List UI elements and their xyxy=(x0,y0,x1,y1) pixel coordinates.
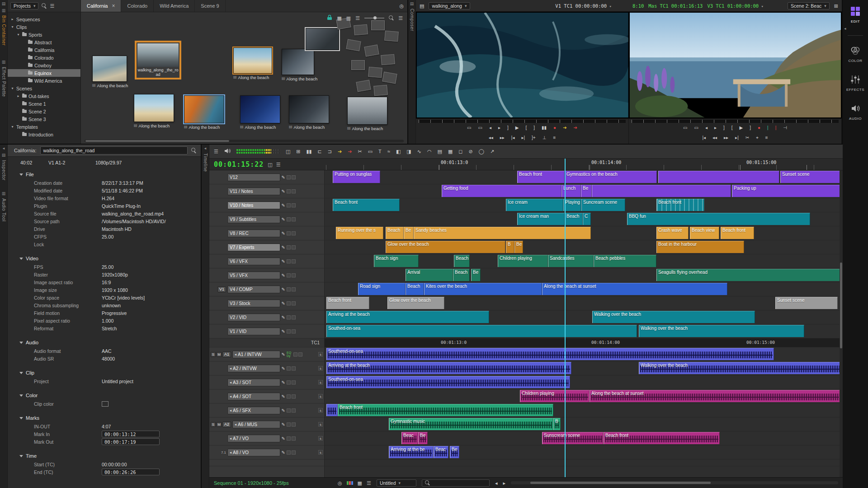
track-selector-a6-mus[interactable]: ◂A6 / MUS xyxy=(232,421,280,428)
track-selector-a7-vo[interactable]: ◂A7 / VO xyxy=(227,435,280,442)
track-header-item[interactable] xyxy=(209,460,324,466)
timeline-clip-road-sign[interactable]: Road sign xyxy=(358,283,406,295)
pencil-icon[interactable]: ✎ xyxy=(282,245,285,250)
timeline-clip-crash-wave[interactable]: Crash wave xyxy=(656,227,689,239)
search-icon[interactable] xyxy=(42,3,47,9)
timeline-clip-beach[interactable]: Beach xyxy=(386,227,404,239)
timeline-clip-b[interactable]: B xyxy=(506,241,514,253)
timeline-tool-6[interactable]: ➔ xyxy=(348,149,352,154)
transport-button-3[interactable]: ▸| xyxy=(735,135,739,141)
monitor-button[interactable] xyxy=(287,450,291,455)
timeline-tool-8[interactable]: ▭ xyxy=(368,149,373,154)
bin-clip-thumbnail[interactable] xyxy=(368,67,382,78)
monitor-button[interactable] xyxy=(287,245,291,249)
bin-clip-thumbnail[interactable] xyxy=(384,31,399,42)
pencil-icon[interactable]: ✎ xyxy=(282,422,285,427)
timeline-clip-arriving-at-the-beach[interactable]: Arriving at the beach xyxy=(326,311,489,323)
track-header-a1-intvw[interactable]: SMA1◂A1 / INTVW✎EQ Dys xyxy=(209,347,324,361)
timeline-clip-item[interactable] xyxy=(326,404,338,416)
sidebar-item-scenes[interactable]: ▾Scenes xyxy=(8,84,80,92)
transport-button-1[interactable]: ▸▸ xyxy=(500,135,505,141)
bin-tab-scene-9[interactable]: Scene 9 xyxy=(195,0,225,12)
pencil-icon[interactable]: ✎ xyxy=(282,259,285,264)
pencil-icon[interactable]: ✎ xyxy=(282,287,285,292)
timeline-clip-gymnastic-music[interactable]: Gymnastic music xyxy=(389,418,553,430)
track-header-v10-notes[interactable]: V10 / Notes✎ xyxy=(209,198,324,212)
solo-indicator[interactable]: s xyxy=(318,380,323,385)
timeline-tool-13[interactable]: ∿ xyxy=(417,149,421,154)
track-header-a2-intvw[interactable]: ◂A2 / INTVW✎s xyxy=(209,361,324,375)
untitled-dropdown[interactable]: Untitled xyxy=(377,479,416,487)
timeline-collapse-icon[interactable]: ◂ xyxy=(204,146,207,150)
timeline-clip-southend-on-sea[interactable]: Southend-on-sea xyxy=(326,348,774,360)
bin-tab-wild-america[interactable]: Wild America xyxy=(154,0,195,12)
timeline-clip-along-the-beach-at-sunset[interactable]: Along the beach at sunset xyxy=(542,283,727,295)
timeline-clip-putting-on-sunglas[interactable]: Putting on sunglas xyxy=(333,171,380,183)
monitor-button[interactable] xyxy=(287,287,291,291)
track-header-a3-sot[interactable]: ◂A3 / SOT✎s xyxy=(209,375,324,389)
pencil-icon[interactable]: ✎ xyxy=(282,231,285,236)
track-selector-a8-vo[interactable]: ◂A8 / VO xyxy=(227,449,280,456)
source-clip-dropdown[interactable]: walking_along xyxy=(429,2,470,9)
transport-button-5[interactable]: ▶ xyxy=(515,125,519,131)
bin-clip-thumbnail[interactable] xyxy=(306,28,339,50)
solo-indicator[interactable]: s xyxy=(318,450,323,455)
workspace-button-edit[interactable]: EDIT xyxy=(850,6,860,23)
timeline-tool-0[interactable]: ◫ xyxy=(286,149,290,154)
record-enable-button[interactable] xyxy=(292,203,296,207)
source-patch-v1[interactable]: V1 xyxy=(217,286,226,292)
monitor-button[interactable] xyxy=(287,394,291,399)
pencil-icon[interactable]: ✎ xyxy=(282,315,285,320)
timeline-clip-getting-food[interactable]: Getting food xyxy=(442,185,561,197)
pencil-icon[interactable]: ✎ xyxy=(282,217,285,222)
monitor-button[interactable] xyxy=(287,315,291,319)
transport-button-1[interactable]: ◂◂ xyxy=(712,135,717,141)
scroll-left-icon[interactable]: ◂ xyxy=(495,480,498,486)
bin-tab-california[interactable]: California× xyxy=(81,0,121,12)
footer-icon-3[interactable]: ☰ xyxy=(367,480,371,486)
transport-button-5[interactable]: ⌖ xyxy=(756,135,759,141)
record-enable-button[interactable] xyxy=(292,408,296,413)
source-track-timecode[interactable]: V1 TC1 00:00:00:00 xyxy=(555,3,612,9)
workspace-button-effects[interactable]: EFFECTS xyxy=(846,75,864,92)
transport-button-9[interactable]: ● xyxy=(553,125,556,131)
pencil-icon[interactable]: ✎ xyxy=(282,189,285,194)
timeline-clip-seagulls-flying-overhead[interactable]: Seagulls flying overhead xyxy=(656,269,841,281)
timeline-clip-c[interactable]: C xyxy=(583,213,591,225)
bin-menu-icon[interactable]: ☰ xyxy=(398,15,403,21)
timeline-clip-beac[interactable]: Beac xyxy=(434,446,448,458)
mute-button[interactable]: M xyxy=(217,352,222,357)
sidebar-item-sequences[interactable]: ▸Sequences xyxy=(8,15,80,23)
timeline-tool-14[interactable]: ◠ xyxy=(427,149,432,154)
timeline-tool-11[interactable]: ◧ xyxy=(396,149,401,154)
timeline-clip-beac[interactable]: Beac xyxy=(401,432,418,444)
timecode-tool-1[interactable]: ☰ xyxy=(276,162,281,167)
transport-button-5[interactable]: [ xyxy=(731,125,733,131)
playhead[interactable] xyxy=(565,159,566,477)
solo-indicator[interactable]: s xyxy=(318,366,323,371)
track-selector-v1-vid[interactable]: V1 / VID xyxy=(227,328,280,335)
timeline-clip-ice-cream-man[interactable]: Ice cream man xyxy=(517,213,565,225)
timeline-clip-playing[interactable]: Playing xyxy=(563,199,581,211)
track-header-a8-vo[interactable]: 7.1◂A8 / VO✎s xyxy=(209,446,324,460)
track-selector-a1-intvw[interactable]: ◂A1 / INTVW xyxy=(232,351,280,358)
record-enable-button[interactable] xyxy=(292,394,296,399)
pencil-icon[interactable]: ✎ xyxy=(282,301,285,306)
transport-button-4[interactable]: ]+ xyxy=(532,135,536,141)
transport-button-2[interactable]: ◂ xyxy=(705,125,708,131)
track-header-a4-sot[interactable]: ◂A4 / SOT✎s xyxy=(209,389,324,404)
audio-tool-rail-label[interactable]: Audio Tool xyxy=(1,198,6,222)
track-selector-v10-notes[interactable]: V10 / Notes xyxy=(227,202,280,209)
pencil-icon[interactable]: ✎ xyxy=(282,352,285,357)
timeline-horizontal-scrollbar[interactable] xyxy=(511,481,838,484)
bin-container-rail-label[interactable]: Bin Container xyxy=(1,15,6,46)
monitor-button[interactable] xyxy=(287,217,291,221)
track-header-a6-mus[interactable]: SMA2◂A6 / MUS✎s xyxy=(209,418,324,432)
track-header-v1-vid[interactable]: V1 / VID✎ xyxy=(209,324,324,338)
timecode-tool-0[interactable]: ◫ xyxy=(268,162,272,167)
transport-button-3[interactable]: ▸ xyxy=(498,125,500,131)
composer-icon[interactable]: ▤ xyxy=(410,2,414,6)
bin-clip-thumbnail[interactable] xyxy=(347,97,387,125)
monitor-button[interactable] xyxy=(287,366,291,371)
bin-container-icon-2[interactable]: ▥ xyxy=(2,9,6,13)
